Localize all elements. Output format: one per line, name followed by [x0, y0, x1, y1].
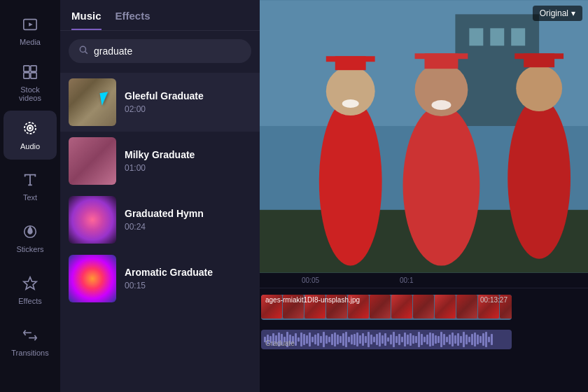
track-title: Graduated Hymn [125, 208, 251, 219]
list-item[interactable]: Milky Graduate 01:00 [60, 132, 260, 190]
track-title: Aromatic Graduate [125, 267, 251, 278]
sidebar-item-media[interactable]: Media [4, 7, 57, 56]
quality-label: Original [540, 8, 568, 18]
svg-point-8 [29, 127, 31, 130]
sidebar-item-effects[interactable]: Effects [4, 266, 57, 315]
tab-music[interactable]: Music [71, 10, 102, 30]
timeline-tracks: ages-rmiakit1DI8-unsplash.jpg 00:13:27 [260, 288, 588, 361]
track-duration: 00:15 [125, 281, 251, 290]
film-frame [435, 295, 456, 318]
film-frame [413, 295, 434, 318]
svg-marker-1 [29, 22, 33, 27]
audio-track-row: Graduate [260, 325, 588, 354]
right-panel: Original ▾ 00:05 00:1 [260, 0, 588, 392]
svg-rect-3 [31, 66, 36, 71]
track-info: Aromatic Graduate 00:15 [125, 267, 251, 290]
svg-rect-2 [24, 66, 29, 71]
svg-line-12 [85, 52, 88, 54]
track-info: Milky Graduate 01:00 [125, 149, 251, 173]
svg-point-33 [431, 100, 451, 110]
svg-rect-18 [511, 28, 525, 46]
sidebar-item-stock-videos[interactable]: Stockvideos [4, 59, 57, 108]
sidebar-label-stickers: Stickers [16, 245, 43, 253]
svg-marker-10 [24, 277, 36, 289]
sidebar-item-audio[interactable]: Audio [4, 111, 57, 160]
sidebar-label-media: Media [20, 38, 41, 46]
sidebar-item-transitions[interactable]: Transitions [4, 318, 57, 367]
ruler-time-2: 00:1 [400, 276, 413, 284]
track-duration: 01:00 [125, 163, 251, 173]
audio-clip-label: Graduate [265, 340, 295, 347]
music-list: Gleeful Graduate 02:00 Milky Graduate 01… [60, 70, 260, 392]
svg-rect-27 [415, 53, 468, 59]
svg-rect-31 [514, 53, 564, 59]
timeline-ruler: 00:05 00:1 [260, 273, 588, 288]
track-title: Milky Graduate [125, 149, 251, 160]
track-info: Graduated Hymn 00:24 [125, 208, 251, 232]
ruler-time-1: 00:05 [302, 276, 319, 284]
svg-point-20 [319, 98, 382, 265]
tab-effects[interactable]: Effects [115, 10, 150, 30]
transitions-icon [22, 328, 38, 346]
search-icon [78, 45, 88, 57]
panel-tabs: Music Effects [60, 0, 260, 31]
audio-panel: Music Effects Gleeful Graduate 02:00 [60, 0, 260, 392]
clip-label: ages-rmiakit1DI8-unsplash.jpg [265, 296, 360, 304]
video-clip[interactable]: ages-rmiakit1DI8-unsplash.jpg 00:13:27 [261, 295, 512, 320]
track-duration: 00:24 [125, 222, 251, 232]
film-frame [391, 295, 412, 318]
svg-point-11 [80, 46, 85, 52]
track-thumbnail [69, 196, 116, 244]
svg-point-21 [326, 66, 375, 115]
audio-waveform [261, 330, 496, 349]
svg-rect-5 [31, 73, 36, 78]
track-thumbnail [69, 137, 116, 185]
clip-duration: 00:13:27 [480, 296, 507, 304]
stickers-icon [22, 224, 38, 242]
sidebar-item-text[interactable]: Text [4, 162, 57, 211]
svg-rect-17 [490, 28, 504, 46]
film-frame [370, 295, 391, 318]
video-image [260, 0, 588, 273]
sidebar-label-transitions: Transitions [11, 349, 48, 357]
svg-point-28 [507, 98, 570, 259]
audio-icon [22, 120, 38, 139]
search-bar [69, 39, 251, 63]
svg-point-32 [342, 99, 359, 108]
timeline-area: 00:05 00:1 [260, 273, 588, 392]
track-thumbnail [69, 78, 116, 126]
search-input[interactable] [94, 46, 241, 57]
video-track-row: ages-rmiakit1DI8-unsplash.jpg 00:13:27 [260, 293, 588, 322]
svg-rect-4 [24, 73, 29, 78]
text-icon [22, 172, 38, 190]
sidebar-item-stickers[interactable]: Stickers [4, 214, 57, 263]
media-icon [22, 17, 38, 35]
video-preview: Original ▾ [260, 0, 588, 273]
film-frame [456, 295, 477, 318]
svg-rect-16 [469, 28, 483, 46]
sidebar-label-audio: Audio [20, 142, 40, 150]
track-thumbnail [69, 255, 116, 302]
list-item[interactable]: Graduated Hymn 00:24 [60, 190, 260, 249]
stock-videos-icon [22, 64, 38, 83]
track-info: Gleeful Graduate 02:00 [125, 90, 251, 114]
list-item[interactable]: Gleeful Graduate 02:00 [60, 73, 260, 132]
sidebar-label-stock-videos: Stockvideos [19, 85, 41, 102]
svg-point-29 [516, 65, 562, 111]
list-item[interactable]: Aromatic Graduate 00:15 [60, 249, 260, 308]
svg-point-24 [403, 105, 480, 266]
effects-icon [22, 276, 38, 294]
sidebar: Media Stockvideos Audio [0, 0, 60, 392]
track-title: Gleeful Graduate [125, 90, 251, 102]
sidebar-label-effects: Effects [18, 297, 41, 305]
dropdown-arrow: ▾ [571, 8, 575, 18]
sidebar-label-text: Text [23, 193, 37, 202]
quality-dropdown[interactable]: Original ▾ [533, 6, 582, 21]
audio-clip[interactable]: Graduate [261, 330, 512, 349]
svg-rect-23 [326, 56, 375, 62]
track-duration: 02:00 [125, 104, 251, 114]
